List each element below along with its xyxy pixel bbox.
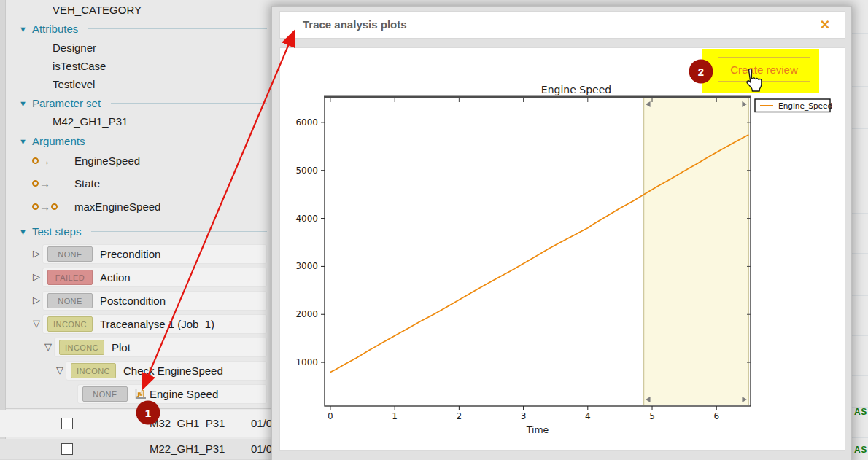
background-row-divider	[852, 335, 868, 336]
test-step-row[interactable]: INCONCTraceanalyse 1 (Job_1)	[42, 314, 267, 334]
row-status-text: AS	[854, 445, 867, 455]
section-label: Parameter set	[32, 97, 101, 109]
tree-item[interactable]: VEH_CATEGORY	[53, 4, 142, 16]
section-label: Attributes	[32, 23, 78, 35]
test-step-row[interactable]: FAILEDAction	[42, 268, 267, 287]
argument-direction-icon: →	[32, 157, 74, 165]
section-label: Test steps	[32, 225, 82, 238]
table-row[interactable]: M22_GH1_P3101/09	[0, 439, 271, 460]
tree-item[interactable]: isTestCase	[53, 60, 106, 72]
section-divider	[95, 141, 267, 141]
test-step-row[interactable]: NONEPostcondition	[42, 291, 267, 311]
tree-section-header[interactable]: ▼Test steps	[19, 225, 267, 238]
tree-item[interactable]: Designer	[53, 42, 96, 54]
status-badge: INCONC	[71, 363, 116, 378]
status-badge: INCONC	[59, 340, 104, 355]
test-case-name: M32_GH1_P31	[150, 417, 225, 429]
table-row[interactable]: M32_GH1_P3101/09	[0, 410, 271, 437]
argument-item[interactable]: →EngineSpeed	[32, 155, 140, 167]
tree-section-header[interactable]: ▼Attributes	[19, 23, 267, 35]
tree-item[interactable]: Testlevel	[53, 78, 95, 90]
waveform-icon	[134, 389, 147, 399]
status-badge: NONE	[47, 293, 93, 308]
section-divider	[88, 28, 267, 29]
highlight-annotation: Create review	[702, 49, 819, 93]
status-badge: NONE	[82, 386, 128, 402]
status-badge: FAILED	[47, 270, 93, 285]
test-step-row[interactable]: INCONCCheck EngineSpeed	[66, 361, 267, 381]
section-divider	[111, 103, 267, 104]
argument-label: maxEngineSpeed	[74, 200, 160, 213]
background-row-divider	[852, 128, 868, 129]
test-step-row[interactable]: INCONCPlot	[54, 338, 267, 357]
expander-expanded-icon[interactable]: ▽	[55, 365, 65, 375]
test-step-label: Traceanalyse 1 (Job_1)	[100, 318, 214, 330]
row-checkbox[interactable]	[61, 418, 73, 429]
background-row-divider	[852, 213, 868, 214]
test-step-label: Precondition	[100, 248, 160, 260]
argument-direction-icon: →	[32, 180, 74, 187]
dialog-body	[279, 47, 845, 451]
test-step-label: Postcondition	[100, 295, 166, 307]
argument-direction-icon: →	[32, 203, 74, 211]
sidebar-scrollbar[interactable]	[0, 0, 6, 460]
argument-label: State	[74, 177, 100, 190]
section-collapse-icon[interactable]: ▼	[19, 25, 27, 34]
test-case-name: M22_GH1_P31	[150, 443, 225, 455]
background-row-divider	[852, 437, 868, 438]
test-step-label: Action	[100, 271, 131, 284]
test-step-row[interactable]: NONEEngine Speed	[77, 384, 267, 404]
expander-collapsed-icon[interactable]: ▷	[31, 271, 42, 282]
tree-section-header[interactable]: ▼Parameter set	[19, 97, 267, 109]
test-step-label: Check EngineSpeed	[123, 365, 223, 377]
background-row-divider	[852, 375, 868, 376]
dialog-title: Trace analysis plots	[303, 18, 407, 31]
row-checkbox[interactable]	[61, 443, 73, 455]
section-collapse-icon[interactable]: ▼	[19, 227, 27, 236]
section-label: Arguments	[32, 135, 85, 147]
background-table-strip: ASAS	[852, 0, 868, 460]
tree-section-header[interactable]: ▼Arguments	[19, 135, 267, 147]
section-collapse-icon[interactable]: ▼	[19, 99, 27, 108]
section-divider	[91, 231, 267, 232]
background-row-divider	[852, 33, 868, 34]
expander-collapsed-icon[interactable]: ▷	[31, 295, 42, 305]
status-badge: INCONC	[47, 316, 93, 332]
create-review-button[interactable]: Create review	[718, 57, 810, 82]
test-step-label: Plot	[112, 341, 131, 354]
argument-item[interactable]: →maxEngineSpeed	[32, 200, 160, 213]
background-row-divider	[852, 253, 868, 254]
background-row-divider	[852, 171, 868, 171]
expander-collapsed-icon[interactable]: ▷	[31, 248, 42, 259]
test-step-label: Engine Speed	[150, 388, 218, 400]
tree-item[interactable]: M42_GH1_P31	[53, 115, 128, 128]
dialog-header: Trace analysis plots ×	[279, 11, 845, 39]
test-step-row[interactable]: NONEPrecondition	[42, 244, 267, 264]
row-status-text: AS	[854, 407, 867, 417]
background-row-divider	[852, 295, 868, 296]
expander-expanded-icon[interactable]: ▽	[31, 318, 42, 329]
background-row-divider	[852, 86, 868, 87]
status-badge: NONE	[47, 246, 93, 262]
argument-item[interactable]: →State	[32, 177, 100, 190]
close-icon[interactable]: ×	[815, 14, 834, 36]
expander-expanded-icon[interactable]: ▽	[43, 341, 53, 352]
section-collapse-icon[interactable]: ▼	[19, 137, 27, 146]
table-divider	[0, 408, 271, 409]
argument-label: EngineSpeed	[74, 155, 140, 167]
